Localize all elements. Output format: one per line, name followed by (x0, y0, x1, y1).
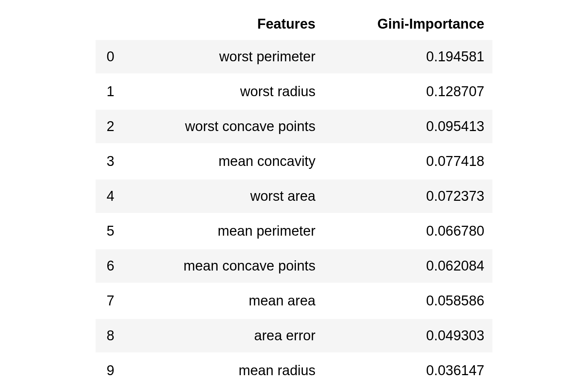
table-row: 8 area error 0.049303 (96, 318, 492, 353)
row-index-cell: 0 (96, 39, 129, 74)
row-gini-cell: 0.077418 (323, 144, 492, 179)
table-row: 4 worst area 0.072373 (96, 179, 492, 214)
row-index-cell: 4 (96, 179, 129, 214)
row-index-cell: 7 (96, 283, 129, 318)
row-feature-cell: mean concavity (129, 144, 324, 179)
column-header-index (96, 11, 129, 39)
row-feature-cell: worst concave points (129, 109, 324, 144)
table-row: 6 mean concave points 0.062084 (96, 249, 492, 283)
row-index-cell: 1 (96, 74, 129, 109)
row-gini-cell: 0.062084 (323, 249, 492, 283)
table-header: Features Gini-Importance (96, 11, 492, 39)
table-row: 5 mean perimeter 0.066780 (96, 214, 492, 249)
row-gini-cell: 0.072373 (323, 179, 492, 214)
table-row: 1 worst radius 0.128707 (96, 74, 492, 109)
row-gini-cell: 0.095413 (323, 109, 492, 144)
row-feature-cell: worst perimeter (129, 39, 324, 74)
row-feature-cell: area error (129, 318, 324, 353)
row-gini-cell: 0.036147 (323, 353, 492, 388)
row-index-cell: 2 (96, 109, 129, 144)
column-header-gini: Gini-Importance (323, 11, 492, 39)
table-body: 0 worst perimeter 0.194581 1 worst radiu… (96, 39, 492, 388)
table-row: 3 mean concavity 0.077418 (96, 144, 492, 179)
row-feature-cell: mean radius (129, 353, 324, 388)
row-gini-cell: 0.049303 (323, 318, 492, 353)
row-gini-cell: 0.194581 (323, 39, 492, 74)
row-index-cell: 3 (96, 144, 129, 179)
row-gini-cell: 0.128707 (323, 74, 492, 109)
row-feature-cell: mean perimeter (129, 214, 324, 249)
feature-importance-table: Features Gini-Importance 0 worst perimet… (96, 11, 492, 388)
row-index-cell: 8 (96, 318, 129, 353)
row-feature-cell: mean concave points (129, 249, 324, 283)
row-feature-cell: mean area (129, 283, 324, 318)
table-header-row: Features Gini-Importance (96, 11, 492, 39)
row-gini-cell: 0.058586 (323, 283, 492, 318)
row-index-cell: 9 (96, 353, 129, 388)
row-gini-cell: 0.066780 (323, 214, 492, 249)
table-row: 9 mean radius 0.036147 (96, 353, 492, 388)
feature-importance-table-container: Features Gini-Importance 0 worst perimet… (96, 11, 492, 388)
table-row: 0 worst perimeter 0.194581 (96, 39, 492, 74)
row-feature-cell: worst radius (129, 74, 324, 109)
row-index-cell: 5 (96, 214, 129, 249)
table-row: 2 worst concave points 0.095413 (96, 109, 492, 144)
table-row: 7 mean area 0.058586 (96, 283, 492, 318)
column-header-features: Features (129, 11, 324, 39)
row-feature-cell: worst area (129, 179, 324, 214)
row-index-cell: 6 (96, 249, 129, 283)
